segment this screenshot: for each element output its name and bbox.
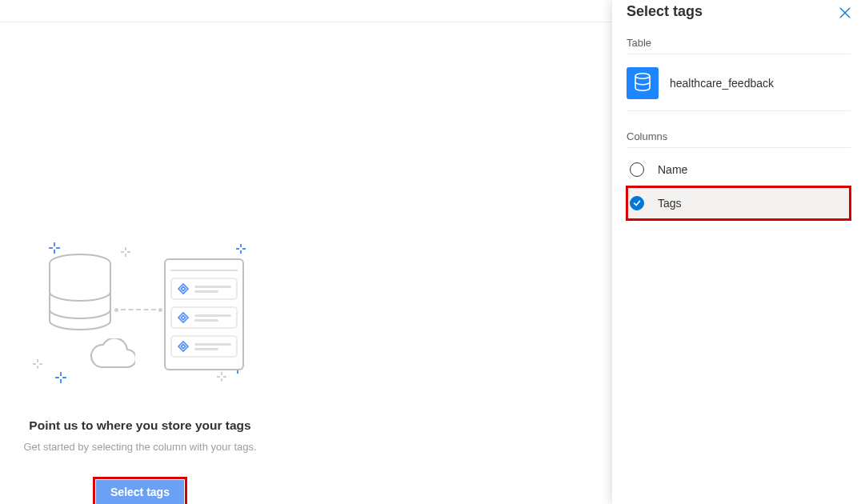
radio-checked-icon (630, 196, 644, 210)
spark-icon (33, 358, 42, 372)
spark-icon (121, 246, 130, 260)
empty-state-subtitle: Get started by selecting the column with… (0, 441, 280, 453)
highlight-frame: Select tags (93, 477, 187, 504)
column-label: Name (658, 163, 687, 176)
cloud-icon (87, 338, 135, 370)
column-option-name[interactable]: Name (627, 153, 851, 186)
tag-icon (177, 340, 190, 353)
columns-section-label: Columns (627, 130, 851, 148)
spark-icon (236, 242, 246, 257)
select-tags-panel: Select tags Table healthcare_feedback Co… (612, 0, 865, 504)
svg-point-1 (635, 74, 650, 78)
table-row[interactable]: healthcare_feedback (627, 59, 851, 111)
radio-unchecked-icon (630, 162, 644, 177)
tag-icon (177, 311, 190, 324)
column-option-tags[interactable]: Tags (627, 186, 851, 220)
spark-icon (217, 370, 226, 385)
document-icon (164, 258, 244, 370)
main-content: Point us to where you store your tags Ge… (0, 22, 612, 504)
close-icon[interactable] (839, 3, 851, 21)
tag-icon (177, 282, 190, 295)
empty-state: Point us to where you store your tags Ge… (0, 242, 280, 504)
table-name: healthcare_feedback (670, 77, 774, 90)
select-tags-button[interactable]: Select tags (96, 480, 184, 504)
empty-state-illustration (20, 242, 260, 386)
connector-line (114, 308, 162, 311)
table-section-label: Table (627, 37, 851, 54)
spark-icon (55, 372, 66, 386)
database-icon (627, 67, 659, 99)
column-label: Tags (658, 197, 682, 210)
database-icon (47, 254, 113, 350)
empty-state-title: Point us to where you store your tags (0, 418, 280, 433)
panel-title: Select tags (627, 3, 703, 20)
